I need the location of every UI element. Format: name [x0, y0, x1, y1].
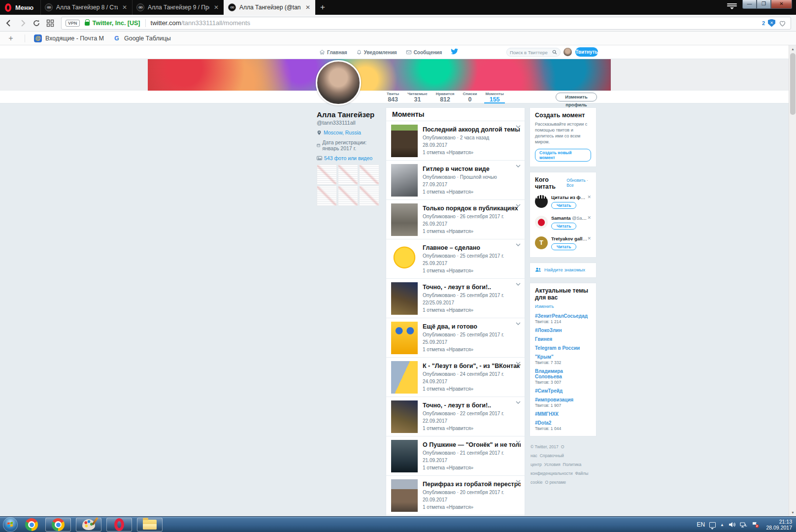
taskbar-clock[interactable]: 21:13 28.09.2017 [763, 519, 792, 531]
bookmark-heart-icon[interactable] [778, 19, 787, 27]
bookmark-mail[interactable]: @ Входящие - Почта М [34, 34, 104, 42]
trend-item[interactable]: Telegram в России [535, 345, 591, 351]
tweet-button[interactable]: Твитнуть [575, 47, 598, 57]
taskbar-paint-window[interactable] [76, 518, 101, 532]
trend-item[interactable]: #СимТрейд [535, 388, 591, 394]
add-bookmark-icon[interactable]: + [6, 34, 16, 43]
profile-media-link[interactable]: 543 фото или видео [324, 155, 372, 161]
stat-item[interactable]: Списки 0 [462, 91, 478, 103]
tray-expand-icon[interactable]: ▲ [720, 523, 724, 527]
nav-notifications[interactable]: Уведомления [356, 49, 397, 55]
volume-icon[interactable] [729, 522, 735, 528]
chevron-down-icon[interactable] [516, 125, 521, 128]
taskbar-chrome-pinned[interactable] [23, 518, 40, 531]
moment-item[interactable]: Точно, - лезут в боги!.. Опубликовано · … [386, 279, 525, 318]
trend-name[interactable]: #СимТрейд [535, 388, 591, 394]
trend-item[interactable]: "Крым" Твитов: 7 332 [535, 354, 591, 365]
avatar[interactable] [535, 195, 548, 208]
media-thumbnail[interactable] [338, 165, 358, 185]
chevron-down-icon[interactable] [516, 480, 521, 483]
moment-item[interactable]: Главное – сделано Опубликовано · 25 сент… [386, 239, 525, 279]
opera-menu-button[interactable]: Меню [0, 0, 40, 15]
find-friends[interactable]: Найдите знакомых [530, 263, 597, 278]
chevron-down-icon[interactable] [516, 283, 521, 286]
twitter-bird-icon[interactable] [450, 48, 459, 55]
trend-name[interactable]: #ЗенитРеалСосьедад [535, 313, 591, 319]
follow-button[interactable]: Читать [551, 202, 576, 209]
stat-item[interactable]: Твиты 843 [386, 91, 400, 103]
keyboard-layout-icon[interactable] [709, 522, 716, 528]
moment-item[interactable]: К - "Лезут в боги", - из "ВКонтакте" Опу… [386, 358, 525, 397]
trend-name[interactable]: #Dota2 [535, 420, 591, 426]
edit-profile-button[interactable]: Изменить профиль [556, 93, 597, 101]
footer-link[interactable]: Условия [544, 462, 561, 467]
follow-button[interactable]: Читать [551, 223, 576, 230]
trend-item[interactable]: #импровизация Твитов: 1 907 [535, 397, 591, 408]
chevron-down-icon[interactable] [516, 401, 521, 404]
media-thumbnail[interactable] [359, 165, 379, 185]
scrollbar-thumb[interactable] [790, 53, 796, 115]
ad-blocker-shield-icon[interactable] [768, 19, 775, 27]
window-maximize-button[interactable]: ❐ [757, 0, 771, 9]
start-button[interactable] [3, 517, 18, 532]
trend-item[interactable]: #ММГНХК [535, 411, 591, 417]
trend-name[interactable]: Владимира Соловьева [535, 368, 591, 379]
nav-messages[interactable]: Сообщения [406, 49, 442, 55]
footer-link[interactable]: © Twitter, 2017 [531, 444, 559, 449]
trend-name[interactable]: Telegram в России [535, 345, 591, 351]
vpn-badge[interactable]: VPN [66, 20, 80, 27]
moment-item[interactable]: Точно, - лезут в боги!.. Опубликовано · … [386, 397, 525, 436]
back-icon[interactable] [5, 19, 13, 27]
media-thumbnail[interactable] [317, 186, 337, 206]
taskbar-opera-window[interactable] [106, 518, 132, 532]
nav-home[interactable]: Главная [319, 49, 347, 55]
window-minimize-button[interactable]: — [742, 0, 757, 9]
language-indicator[interactable]: EN [696, 521, 705, 528]
create-moment-button[interactable]: Создать новый момент [535, 149, 591, 162]
footer-link[interactable]: О рекламе [545, 480, 566, 485]
url-field[interactable]: VPN Twitter, Inc. [US] twitter.com /tann… [61, 17, 791, 30]
trends-edit-link[interactable]: Изменить [535, 304, 554, 309]
moment-item[interactable]: О Пушкине — "Огонёк" и не только Опублик… [386, 436, 525, 476]
chevron-down-icon[interactable] [516, 243, 521, 246]
moment-item[interactable]: Гитлер в чистом виде Опубликовано · Прош… [386, 161, 525, 200]
forward-icon[interactable] [19, 19, 27, 27]
suggestion-name[interactable]: Tretyakov gallery [551, 236, 590, 241]
tab-close-icon[interactable]: ✕ [121, 4, 128, 11]
follow-button[interactable]: Читать [551, 243, 576, 250]
chevron-down-icon[interactable] [516, 165, 521, 167]
secure-site-label[interactable]: Twitter, Inc. [US] [93, 20, 140, 27]
trend-name[interactable]: #импровизация [535, 397, 591, 402]
taskbar-explorer-window[interactable] [137, 518, 163, 532]
profile-avatar[interactable] [316, 60, 361, 105]
chevron-down-icon[interactable] [516, 322, 521, 325]
taskbar-chrome-window[interactable] [45, 518, 71, 532]
trend-name[interactable]: #ММГНХК [535, 411, 591, 417]
trend-item[interactable]: Гвинея [535, 336, 591, 342]
refresh-link[interactable]: Обновить [566, 178, 586, 183]
moment-item[interactable]: Перифраз из горбатой перестройки Опублик… [386, 476, 525, 515]
reload-icon[interactable] [33, 19, 40, 27]
dismiss-icon[interactable]: ✕ [587, 195, 591, 200]
bookmark-google-sheets[interactable]: G Google Таблицы [113, 34, 171, 42]
trend-item[interactable]: #ЛокоЗлин [535, 328, 591, 333]
dismiss-icon[interactable]: ✕ [587, 236, 591, 241]
search-input[interactable] [510, 50, 552, 55]
scroll-down-arrow[interactable]: ▼ [789, 509, 796, 516]
dismiss-icon[interactable]: ✕ [587, 215, 591, 220]
suggestion-name[interactable]: Samanta [551, 215, 571, 221]
tab-menu-icon[interactable] [727, 3, 737, 11]
trend-name[interactable]: #ЛокоЗлин [535, 328, 591, 333]
media-thumbnail[interactable] [359, 186, 379, 206]
trend-item[interactable]: Владимира Соловьева Твитов: 3 007 [535, 368, 591, 385]
tab-close-icon[interactable]: ✕ [304, 4, 311, 11]
chevron-down-icon[interactable] [516, 362, 521, 365]
speed-dial-icon[interactable] [46, 19, 54, 27]
search-icon[interactable] [552, 50, 557, 55]
avatar[interactable] [535, 216, 548, 229]
profile-location-link[interactable]: Moscow, Russia [324, 130, 361, 135]
moment-item[interactable]: Только порядок в публикациях Опубликован… [386, 200, 525, 239]
avatar[interactable] [535, 236, 548, 249]
view-all-link[interactable]: Все [566, 183, 574, 188]
nav-avatar[interactable] [564, 48, 572, 56]
